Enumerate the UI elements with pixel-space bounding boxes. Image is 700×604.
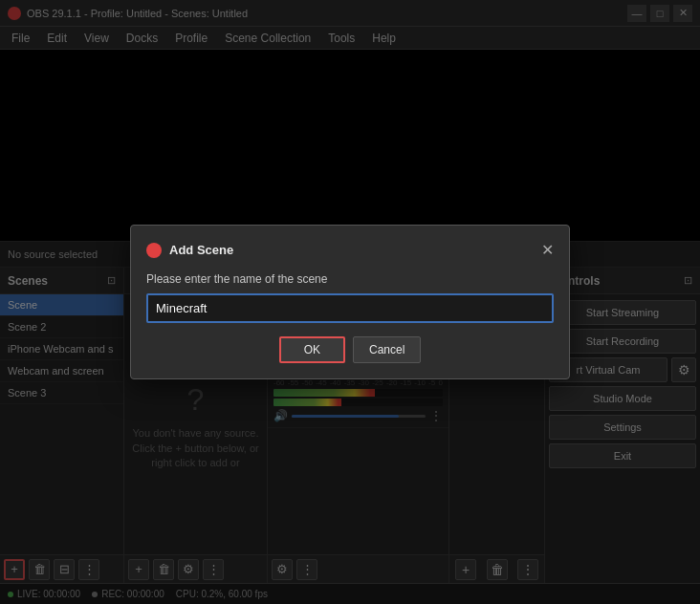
scene-name-input[interactable] — [146, 293, 554, 323]
dialog-title: Add Scene — [146, 243, 233, 258]
dialog-buttons: OK Cancel — [146, 336, 554, 363]
dialog-title-bar: Add Scene ✕ — [146, 241, 554, 259]
dialog-overlay: Add Scene ✕ Please enter the name of the… — [0, 0, 700, 604]
dialog-title-icon — [146, 243, 162, 258]
dialog-close-button[interactable]: ✕ — [541, 241, 554, 259]
add-scene-dialog: Add Scene ✕ Please enter the name of the… — [130, 225, 570, 379]
dialog-label: Please enter the name of the scene — [146, 272, 554, 286]
dialog-title-text: Add Scene — [169, 243, 233, 257]
dialog-cancel-button[interactable]: Cancel — [353, 336, 421, 363]
dialog-ok-button[interactable]: OK — [279, 336, 345, 363]
